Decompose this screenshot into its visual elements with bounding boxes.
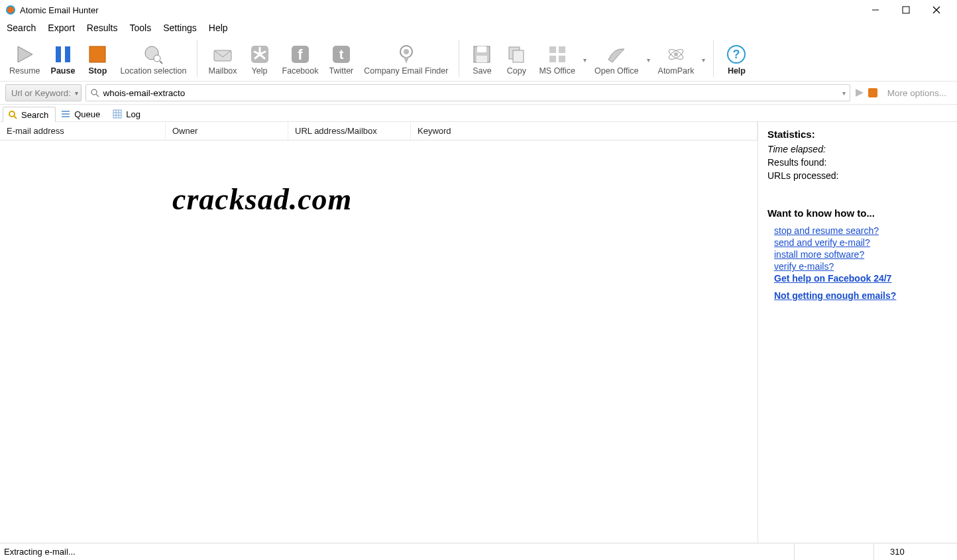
- svg-rect-26: [559, 46, 565, 53]
- svg-rect-37: [868, 88, 877, 97]
- search-icon: [90, 88, 99, 97]
- atom-icon: [665, 44, 687, 65]
- tab-queue[interactable]: Queue: [56, 106, 107, 121]
- menu-export[interactable]: Export: [48, 23, 74, 33]
- yelp-button[interactable]: Yelp: [243, 42, 277, 77]
- search-mode-label: Url or Keyword:: [11, 88, 71, 98]
- go-button[interactable]: [854, 87, 878, 98]
- stop-button[interactable]: Stop: [80, 42, 115, 77]
- atompark-dropdown[interactable]: ▾: [699, 56, 708, 64]
- help-icon: ?: [726, 44, 747, 65]
- msoffice-button[interactable]: MS Office: [534, 42, 581, 77]
- menu-search[interactable]: Search: [7, 23, 36, 33]
- help-button[interactable]: ? Help: [719, 42, 754, 77]
- stat-results: Results found:: [767, 157, 948, 168]
- col-keyword[interactable]: Keyword: [411, 122, 758, 140]
- copy-button[interactable]: Copy: [499, 42, 534, 77]
- howto-link-send-verify[interactable]: send and verify e-mail?: [774, 237, 948, 248]
- svg-line-39: [14, 116, 17, 119]
- company-email-finder-button[interactable]: Company Email Finder: [359, 42, 453, 77]
- svg-rect-7: [65, 46, 70, 62]
- svg-marker-36: [856, 89, 864, 97]
- menu-help[interactable]: Help: [209, 23, 228, 33]
- facebook-button[interactable]: f Facebook: [277, 42, 324, 77]
- svg-line-35: [96, 94, 99, 97]
- atompark-button[interactable]: AtomPark: [653, 42, 700, 77]
- svg-marker-5: [18, 46, 32, 62]
- svg-point-19: [404, 49, 409, 54]
- search-icon: [7, 109, 18, 120]
- svg-line-11: [160, 61, 162, 64]
- svg-rect-40: [62, 111, 70, 112]
- save-button[interactable]: Save: [465, 42, 499, 77]
- tab-label: Log: [126, 109, 141, 119]
- svg-point-31: [674, 52, 678, 56]
- svg-rect-43: [113, 110, 121, 118]
- tab-label: Search: [21, 110, 48, 120]
- menu-settings[interactable]: Settings: [163, 23, 197, 33]
- svg-text:?: ?: [733, 48, 740, 61]
- svg-rect-24: [513, 50, 524, 62]
- status-text: Extracting e-mail...: [4, 547, 76, 557]
- list-icon: [60, 109, 71, 119]
- facebook-help-link[interactable]: Get help on Facebook 24/7: [774, 273, 948, 284]
- svg-rect-42: [62, 116, 70, 117]
- search-mode-combo[interactable]: Url or Keyword: ▾: [5, 84, 82, 101]
- more-options-link[interactable]: More options...: [882, 88, 952, 98]
- chevron-down-icon[interactable]: ▾: [842, 89, 846, 97]
- close-button[interactable]: [921, 0, 952, 20]
- svg-rect-25: [549, 46, 556, 53]
- tab-log[interactable]: Log: [107, 106, 148, 121]
- resume-button[interactable]: Resume: [4, 42, 46, 77]
- openoffice-button[interactable]: Open Office: [589, 42, 644, 77]
- svg-rect-6: [56, 46, 61, 62]
- col-owner[interactable]: Owner: [166, 122, 288, 140]
- pause-button[interactable]: Pause: [46, 42, 81, 77]
- tab-search[interactable]: Search: [3, 107, 56, 122]
- svg-rect-27: [549, 56, 556, 62]
- status-empty: [794, 543, 873, 560]
- mailbox-button[interactable]: Mailbox: [203, 42, 242, 77]
- mailbox-icon: [212, 44, 233, 65]
- col-email[interactable]: E-mail address: [0, 122, 166, 140]
- statusbar: Extracting e-mail... 310: [0, 543, 957, 560]
- svg-rect-28: [559, 56, 565, 62]
- search-input[interactable]: [103, 88, 842, 98]
- titlebar: Atomic Email Hunter: [0, 0, 957, 20]
- play-icon: [14, 44, 35, 65]
- save-icon: [471, 44, 492, 65]
- menu-results[interactable]: Results: [87, 23, 118, 33]
- app-icon: [5, 5, 16, 15]
- menu-tools[interactable]: Tools: [130, 23, 152, 33]
- howto-link-stop-resume[interactable]: stop and resume search?: [774, 225, 948, 236]
- search-field-container: ▾: [85, 84, 850, 101]
- twitter-button[interactable]: t Twitter: [323, 42, 359, 77]
- svg-rect-41: [62, 113, 70, 115]
- not-enough-emails-link[interactable]: Not getting enough emails?: [774, 290, 948, 301]
- status-count: 310: [873, 543, 953, 560]
- facebook-icon: f: [290, 44, 311, 65]
- copy-icon: [506, 44, 527, 65]
- menubar: Search Export Results Tools Settings Hel…: [0, 20, 957, 37]
- svg-point-38: [9, 111, 15, 117]
- col-url[interactable]: URL address/Mailbox: [288, 122, 411, 140]
- pause-icon: [52, 44, 74, 65]
- stats-heading: Statistics:: [767, 129, 948, 140]
- msoffice-dropdown[interactable]: ▾: [581, 56, 589, 64]
- howto-link-install-software[interactable]: install more software?: [774, 249, 948, 260]
- msoffice-icon: [547, 44, 568, 65]
- minimize-button[interactable]: [860, 0, 891, 20]
- side-panel: Statistics: Time elapsed: Results found:…: [758, 122, 957, 543]
- stat-time: Time elapsed:: [767, 144, 948, 154]
- watermark-text: cracksad.com: [172, 182, 352, 217]
- location-button[interactable]: Location selection: [115, 42, 192, 77]
- svg-text:t: t: [339, 47, 344, 62]
- maximize-button[interactable]: [891, 0, 921, 20]
- openoffice-dropdown[interactable]: ▾: [644, 56, 653, 64]
- tabs-row: Search Queue Log: [0, 105, 957, 122]
- chevron-down-icon: ▾: [75, 89, 78, 97]
- svg-rect-22: [477, 56, 487, 62]
- svg-point-0: [7, 6, 15, 14]
- howto-link-verify-emails[interactable]: verify e-mails?: [774, 261, 948, 272]
- stop-icon: [87, 44, 108, 65]
